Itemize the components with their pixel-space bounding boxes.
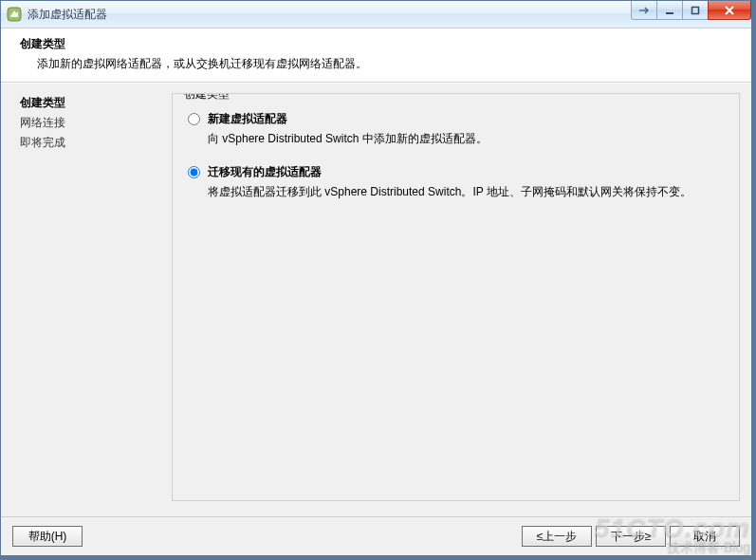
window-controls [632, 1, 751, 20]
maximize-button[interactable] [682, 1, 709, 20]
group-legend: 创建类型 [180, 93, 233, 103]
wizard-steps-sidebar: 创建类型 网络连接 即将完成 [1, 84, 172, 516]
option-migrate-adapter-row[interactable]: 迁移现有的虚拟适配器 [188, 164, 724, 180]
option-new-adapter: 新建虚拟适配器 向 vSphere Distributed Switch 中添加… [188, 111, 724, 147]
dialog-window: 添加虚拟适配器 创建类型 添加新的虚拟网络适配器，或从交换机迁移现有虚拟网络适配… [0, 0, 752, 556]
option-migrate-adapter: 迁移现有的虚拟适配器 将虚拟适配器迁移到此 vSphere Distribute… [188, 164, 724, 200]
close-button[interactable] [708, 1, 751, 20]
minimize-button[interactable] [656, 1, 683, 20]
help-button[interactable]: 帮助(H) [12, 526, 83, 547]
back-button[interactable]: ≤上一步 [522, 526, 592, 547]
page-title: 创建类型 [20, 36, 738, 52]
app-icon [7, 7, 22, 22]
option-new-adapter-row[interactable]: 新建虚拟适配器 [188, 111, 724, 127]
svg-rect-2 [692, 7, 699, 13]
wizard-body: 创建类型 网络连接 即将完成 创建类型 新建虚拟适配器 向 vSphere Di… [1, 83, 751, 516]
option-migrate-adapter-desc: 将虚拟适配器迁移到此 vSphere Distributed Switch。IP… [208, 184, 724, 200]
titlebar: 添加虚拟适配器 [1, 1, 751, 28]
option-new-adapter-desc: 向 vSphere Distributed Switch 中添加新的虚拟适配器。 [208, 131, 724, 147]
radio-new-adapter[interactable] [188, 113, 200, 125]
wizard-header: 创建类型 添加新的虚拟网络适配器，或从交换机迁移现有虚拟网络适配器。 [1, 28, 751, 83]
create-type-group: 创建类型 新建虚拟适配器 向 vSphere Distributed Switc… [172, 93, 740, 501]
option-new-adapter-label: 新建虚拟适配器 [208, 111, 287, 127]
window-title: 添加虚拟适配器 [28, 7, 107, 23]
radio-migrate-adapter[interactable] [188, 166, 200, 178]
cancel-button[interactable]: 取消 [670, 526, 740, 547]
window-help-button[interactable] [631, 1, 657, 20]
page-subtitle: 添加新的虚拟网络适配器，或从交换机迁移现有虚拟网络适配器。 [37, 56, 738, 72]
wizard-footer: 帮助(H) ≤上一步 下一步≥ 取消 [1, 516, 751, 555]
step-create-type[interactable]: 创建类型 [20, 95, 164, 111]
wizard-main: 创建类型 新建虚拟适配器 向 vSphere Distributed Switc… [172, 84, 751, 516]
step-network-connection: 网络连接 [20, 115, 164, 131]
step-ready-complete: 即将完成 [20, 135, 164, 151]
next-button[interactable]: 下一步≥ [596, 526, 666, 547]
option-migrate-adapter-label: 迁移现有的虚拟适配器 [208, 164, 322, 180]
